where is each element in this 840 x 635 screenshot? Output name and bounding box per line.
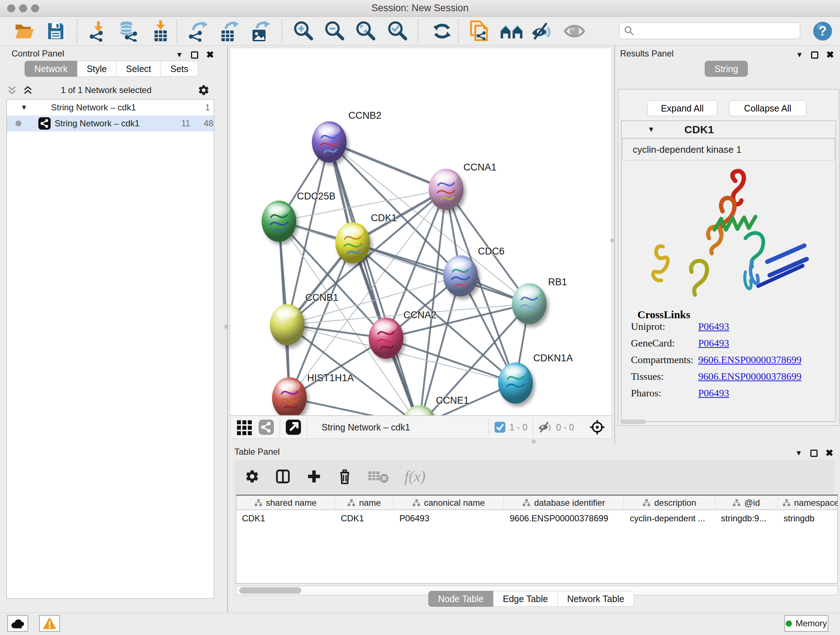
crosslink-link[interactable]: 9606.ENSP00000378699 — [698, 354, 801, 366]
network-view-canvas[interactable]: CCNB2CCNA1CDC25BCDK1CDC6RB1CCNB1CCNA2CDK… — [230, 48, 612, 416]
tab-select[interactable]: Select — [116, 61, 161, 77]
column-header-sharedname[interactable]: shared name — [236, 496, 335, 510]
network-collection-row[interactable]: ▼ String Network – cdk1 1 — [7, 100, 214, 116]
table-hscrollbar-thumb[interactable] — [239, 587, 302, 594]
node-CCNA1[interactable] — [429, 169, 463, 210]
panel-float-icon[interactable]: ▼ — [176, 51, 183, 59]
panel-maximize-icon[interactable] — [191, 51, 198, 59]
table-cell[interactable]: stringdb — [778, 511, 838, 526]
delete-column-icon[interactable] — [337, 468, 352, 485]
export-network-button[interactable] — [187, 20, 210, 42]
search-input[interactable] — [634, 26, 793, 36]
show-all-button[interactable] — [563, 20, 586, 42]
export-image-button[interactable] — [249, 20, 272, 42]
memory-button[interactable]: Memory — [784, 615, 829, 632]
node-CDKN1A[interactable] — [498, 363, 533, 404]
import-table-button[interactable] — [149, 20, 172, 42]
results-hscrollbar[interactable] — [621, 420, 646, 424]
export-table-button[interactable] — [218, 20, 241, 42]
collapse-triangle-icon[interactable]: ▼ — [647, 125, 655, 134]
tab-network[interactable]: Network — [25, 61, 77, 77]
apply-layout-button[interactable] — [431, 20, 454, 42]
add-column-icon[interactable] — [306, 469, 322, 485]
bottom-splitter-handle[interactable] — [532, 440, 536, 443]
warnings-button[interactable] — [39, 615, 60, 632]
column-header-canonicalname[interactable]: canonical name — [393, 496, 504, 510]
fit-selected-crosshair-icon[interactable] — [589, 419, 605, 435]
tree-expand-icon[interactable]: ▼ — [21, 103, 27, 111]
right-splitter-handle[interactable] — [610, 239, 614, 242]
zoom-in-button[interactable] — [292, 20, 315, 42]
table-options-gear-icon[interactable] — [245, 469, 260, 484]
node-result-header[interactable]: ▼ CDK1 — [622, 121, 836, 138]
zoom-selected-button[interactable] — [386, 20, 409, 42]
column-header-namespace[interactable]: namespace — [778, 496, 838, 510]
column-header-databaseidentifier[interactable]: database identifier — [504, 496, 624, 510]
collapse-all-icon[interactable] — [6, 85, 17, 96]
table-cell[interactable]: 9606.ENSP00000378699 — [504, 511, 624, 526]
node-CCNB2[interactable] — [312, 121, 347, 163]
left-splitter-handle[interactable] — [224, 325, 228, 329]
search-field[interactable] — [619, 22, 800, 39]
node-HIST1H1A[interactable] — [272, 377, 307, 416]
table-cell[interactable]: CDK1 — [236, 511, 335, 526]
network-view-icon[interactable] — [258, 419, 275, 435]
column-header-name[interactable]: name — [335, 496, 393, 510]
panel-float-icon[interactable]: ▼ — [796, 51, 803, 59]
panel-maximize-icon[interactable] — [810, 450, 818, 457]
tab-edge-table[interactable]: Edge Table — [493, 591, 558, 607]
network-row-selected[interactable]: String Network – cdk1 11 48 — [7, 116, 214, 131]
edge-HIST1H1A-CCNE1[interactable] — [289, 398, 419, 416]
crosslink-link[interactable]: P06493 — [698, 337, 729, 349]
tab-string[interactable]: String — [705, 61, 748, 77]
function-builder-icon-disabled[interactable]: f(x) — [404, 468, 425, 485]
table-cell[interactable]: stringdb:9... — [715, 511, 778, 526]
window-zoom-button[interactable] — [31, 4, 39, 12]
delete-table-icon-disabled[interactable] — [368, 469, 389, 484]
help-button[interactable]: ? — [811, 20, 834, 42]
node-CCNE1[interactable] — [402, 405, 437, 416]
panel-close-icon[interactable]: ✖ — [826, 448, 834, 459]
column-header-id[interactable]: @id — [715, 496, 778, 510]
table-cell[interactable]: cyclin-dependent ... — [624, 511, 715, 526]
table-cell[interactable]: P06493 — [393, 511, 504, 526]
window-close-button[interactable] — [7, 4, 15, 12]
first-neighbors-button[interactable] — [500, 20, 523, 42]
import-network-file-button[interactable] — [87, 20, 110, 42]
node-CDC6[interactable] — [443, 255, 478, 296]
tab-sets[interactable]: Sets — [161, 61, 198, 77]
cloud-button[interactable] — [7, 615, 28, 632]
panel-float-icon[interactable]: ▼ — [795, 449, 802, 457]
expand-all-button[interactable]: Expand All — [647, 100, 717, 116]
tab-node-table[interactable]: Node Table — [428, 591, 493, 607]
window-minimize-button[interactable] — [19, 4, 27, 12]
crosslink-link[interactable]: P06493 — [698, 387, 729, 399]
hide-selected-button[interactable] — [531, 20, 554, 42]
network-options-gear-icon[interactable] — [197, 84, 210, 96]
tab-style[interactable]: Style — [77, 61, 117, 77]
clone-network-button[interactable] — [468, 20, 491, 42]
panel-close-icon[interactable]: ✖ — [206, 49, 214, 60]
panel-maximize-icon[interactable] — [811, 51, 818, 59]
zoom-fit-button[interactable] — [354, 20, 377, 42]
collapse-all-button[interactable]: Collapse All — [729, 100, 806, 116]
selected-checkbox-icon[interactable] — [494, 421, 506, 433]
open-session-button[interactable] — [13, 20, 36, 42]
node-RB1[interactable] — [512, 283, 546, 325]
node-CCNB1[interactable] — [270, 304, 305, 345]
panel-close-icon[interactable]: ✖ — [826, 49, 834, 60]
expand-all-icon[interactable] — [22, 85, 33, 96]
show-columns-icon[interactable] — [275, 469, 291, 485]
crosslink-link[interactable]: 9606.ENSP00000378699 — [698, 371, 801, 382]
grid-view-icon[interactable] — [236, 419, 253, 435]
table-cell[interactable]: CDK1 — [335, 511, 393, 526]
crosslink-link[interactable]: P06493 — [698, 321, 729, 333]
birdseye-view-icon[interactable] — [285, 419, 302, 435]
node-CDK1[interactable] — [335, 222, 370, 264]
hidden-eye-slash-icon[interactable] — [538, 421, 553, 433]
import-network-database-button[interactable] — [117, 20, 140, 42]
node-CCNA2[interactable] — [369, 318, 403, 359]
save-session-button[interactable] — [44, 20, 67, 42]
zoom-out-button[interactable] — [323, 20, 346, 42]
column-header-description[interactable]: description — [624, 496, 715, 510]
